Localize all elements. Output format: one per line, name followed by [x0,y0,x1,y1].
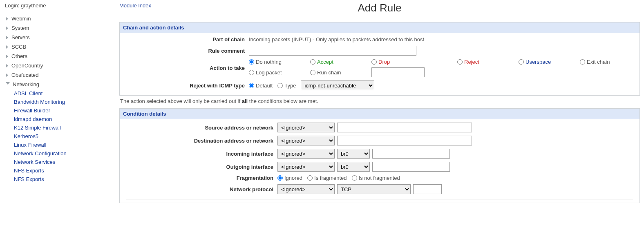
sidebar-item-label: SCCB [11,44,26,50]
sidebar-item-label: Obsfucated [11,72,39,78]
frag-ignored[interactable]: Ignored [277,175,302,181]
action-do-nothing[interactable]: Do nothing [249,59,308,65]
in-if-select[interactable]: br0 [337,149,370,159]
sidebar-item-system[interactable]: System [0,23,115,33]
sidebar-item-label: Others [11,53,27,59]
action-accept-label: Accept [317,59,333,65]
action-do-nothing-label: Do nothing [256,59,282,65]
out-if-label: Outgoing interface [122,164,277,170]
action-log-packet-radio[interactable] [249,70,254,75]
proto-select[interactable]: TCP [337,184,411,194]
frag-is[interactable]: Is fragmented [307,175,347,181]
sidebar-sub-bandwidth[interactable]: Bandwidth Monitoring [14,98,115,106]
src-input[interactable] [337,123,472,132]
reject-type-select[interactable]: icmp-net-unreachable [301,80,374,90]
out-if-select[interactable]: br0 [337,162,370,172]
note-bold: all [242,98,248,104]
action-accept[interactable]: Accept [310,59,369,65]
dst-label: Destination address or network [122,138,277,144]
action-userspace[interactable]: Userspace [519,59,577,65]
action-drop[interactable]: Drop [371,59,455,65]
src-label: Source address or network [122,125,277,131]
src-mode-select[interactable]: <Ignored> [277,123,335,132]
part-of-chain-label: Part of chain [122,36,249,42]
condition-panel: Condition details Source address or netw… [119,108,640,203]
action-userspace-radio[interactable] [519,59,524,65]
reject-type-radio[interactable] [277,83,283,88]
chevron-down-icon [6,82,10,87]
main: Module Index Add Rule Chain and action d… [115,0,644,237]
out-if-input[interactable] [372,162,450,172]
networking-subnav: ADSL Client Bandwidth Monitoring Firewal… [0,89,115,183]
action-accept-radio[interactable] [310,59,315,65]
dst-mode-select[interactable]: <Ignored> [277,136,335,145]
sidebar-item-label: Servers [11,34,30,40]
in-if-input[interactable] [372,149,450,159]
sidebar-sub-firewall-builder[interactable]: Firewall Builder [14,106,115,115]
chevron-right-icon [6,26,8,30]
in-if-label: Incoming interface [122,151,277,157]
action-reject-label: Reject [464,59,479,65]
frag-not[interactable]: Is not fragmented [352,175,400,181]
sidebar-item-networking[interactable]: Networking [0,80,115,89]
action-reject-radio[interactable] [457,59,463,65]
actions-grid: Do nothing Accept Drop Reject Userspace … [249,59,637,77]
sidebar-sub-idmapd[interactable]: idmapd daemon [14,115,115,123]
proto-mode-select[interactable]: <Ignored> [277,184,335,194]
action-reject[interactable]: Reject [457,59,516,65]
action-do-nothing-radio[interactable] [249,59,254,65]
module-index-link[interactable]: Module Index [119,2,151,9]
reject-type[interactable]: Type [277,83,296,89]
login-user: graytheme [21,2,46,9]
chevron-right-icon [6,17,8,21]
action-log-packet[interactable]: Log packet [249,69,308,76]
action-drop-label: Drop [378,59,390,65]
sidebar-sub-linux-firewall[interactable]: Linux Firewall [14,141,115,149]
action-log-packet-label: Log packet [256,69,282,76]
sidebar-sub-adsl[interactable]: ADSL Client [14,89,115,98]
sidebar-item-label: System [11,25,29,31]
sidebar-item-obsfucated[interactable]: Obsfucated [0,70,115,80]
sidebar-item-servers[interactable]: Servers [0,33,115,42]
out-if-mode-select[interactable]: <Ignored> [277,162,335,172]
chevron-right-icon [6,36,8,40]
sidebar-item-others[interactable]: Others [0,51,115,61]
action-exit-chain[interactable]: Exit chain [580,59,635,65]
condition-panel-body: Source address or network <Ignored> Dest… [120,119,640,203]
sidebar-sub-net-services[interactable]: Network Services [14,158,115,166]
reject-icmp-label: Reject with ICMP type [122,83,249,89]
proto-input[interactable] [413,184,442,194]
in-if-mode-select[interactable]: <Ignored> [277,149,335,159]
frag-is-label: Is fragmented [314,175,347,181]
frag-is-radio[interactable] [307,175,313,181]
action-exit-chain-radio[interactable] [580,59,585,65]
sidebar-sub-nfs-1[interactable]: NFS Exports [14,166,115,175]
action-run-chain-label: Run chain [317,69,341,76]
page-title: Add Rule [119,2,640,14]
sidebar-item-opencountry[interactable]: OpenCountry [0,61,115,70]
reject-default-radio[interactable] [249,83,254,88]
sidebar-item-label: Networking [13,81,39,87]
chevron-right-icon [6,64,8,68]
action-drop-radio[interactable] [371,59,377,65]
chain-panel-body: Part of chain Incoming packets (INPUT) -… [120,33,640,95]
chevron-right-icon [6,73,8,77]
action-run-chain[interactable]: Run chain [310,69,369,76]
frag-ignored-radio[interactable] [277,175,283,181]
sidebar-item-webmin[interactable]: Webmin [0,14,115,23]
run-chain-input[interactable] [371,67,425,77]
frag-not-radio[interactable] [352,175,357,181]
chain-panel-header: Chain and action details [120,22,640,33]
action-userspace-label: Userspace [525,59,551,65]
rule-comment-input[interactable] [249,46,416,56]
action-run-chain-radio[interactable] [310,70,315,75]
dst-input[interactable] [337,136,472,145]
sidebar-sub-nfs-2[interactable]: NFS Exports [14,175,115,183]
reject-default[interactable]: Default [249,83,273,89]
sidebar-sub-k12[interactable]: K12 Simple Firewall [14,123,115,132]
sidebar-sub-net-config[interactable]: Network Configuration [14,149,115,158]
nav: Webmin System Servers SCCB Others OpenCo… [0,12,115,183]
sidebar-sub-kerberos[interactable]: Kerberos5 [14,132,115,141]
sidebar-item-sccb[interactable]: SCCB [0,42,115,51]
separator [126,199,633,199]
